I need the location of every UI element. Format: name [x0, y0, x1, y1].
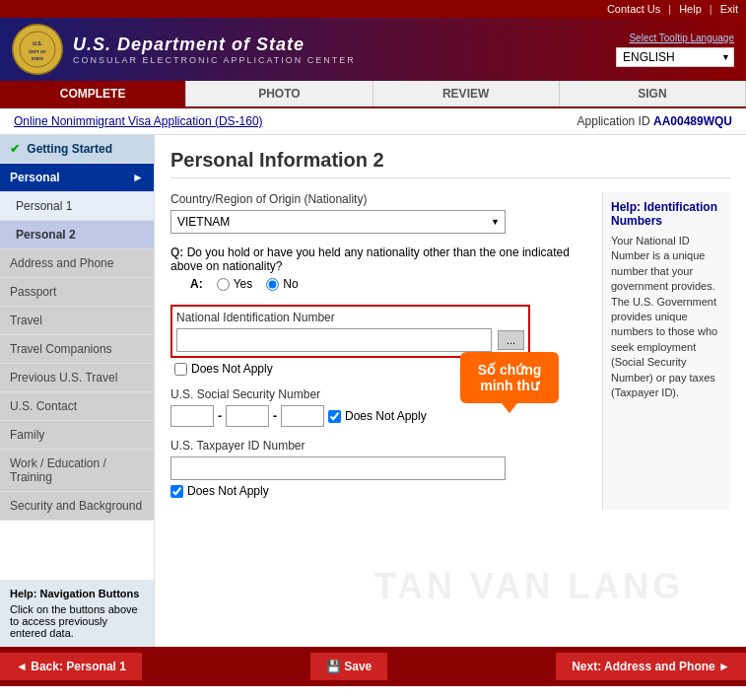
sidebar-item-travel-companions[interactable]: Travel Companions [0, 335, 154, 364]
app-id-value: AA00489WQU [653, 114, 732, 128]
seal-logo: U.S. DEPT OF STATE [12, 24, 63, 75]
sidebar-help: Help: Navigation Buttons Click on the bu… [0, 580, 154, 647]
content-inner: Country/Region of Origin (Nationality) V… [170, 192, 730, 510]
sidebar-item-personal1[interactable]: Personal 1 [0, 192, 154, 221]
national-id-wrapper: National Identification Number 131020532… [170, 305, 530, 358]
sidebar-item-address[interactable]: Address and Phone [0, 249, 154, 278]
header-right: Select Tooltip Language ENGLISH [616, 33, 734, 67]
tab-sign[interactable]: SIGN [560, 81, 746, 106]
yes-radio-label[interactable]: Yes [217, 277, 253, 291]
tooltip-bubble: Số chứng minh thư [460, 352, 559, 403]
national-id-label: National Identification Number [176, 311, 524, 324]
tab-review[interactable]: REVIEW [373, 81, 560, 106]
sidebar-item-family[interactable]: Family [0, 421, 154, 450]
sidebar-item-personal[interactable]: Personal ► [0, 164, 154, 192]
sidebar-item-work-edu[interactable]: Work / Education / Training [0, 450, 154, 492]
contact-us-link[interactable]: Contact Us [607, 3, 660, 15]
content-area: Personal Information 2 Country/Region of… [155, 135, 746, 647]
sidebar-item-getting-started[interactable]: ✔ Getting Started [0, 135, 154, 164]
ssn-part3[interactable] [281, 405, 324, 427]
help-panel-title: Help: Identification Numbers [611, 200, 722, 228]
svg-text:STATE: STATE [32, 56, 44, 61]
sidebar-item-personal2[interactable]: Personal 2 [0, 221, 154, 249]
no-radio-label[interactable]: No [266, 277, 298, 291]
help-panel-text: Your National ID Number is a unique numb… [611, 234, 722, 400]
tooltip-language-link[interactable]: Select Tooltip Language [629, 33, 734, 43]
app-id: Application ID AA00489WQU [577, 114, 732, 128]
help-panel: Help: Identification Numbers Your Nation… [602, 192, 730, 510]
taxpayer-group: U.S. Taxpayer ID Number Does Not Apply [170, 439, 602, 498]
ssn-does-not-apply-checkbox[interactable] [328, 410, 341, 423]
nav-tabs: COMPLETE PHOTO REVIEW SIGN [0, 81, 746, 108]
page-title: Personal Information 2 [170, 149, 730, 178]
nationality-question: Q: Do you hold or have you held any nati… [170, 245, 602, 291]
national-id-button[interactable]: ... [498, 330, 524, 350]
sidebar-item-us-contact[interactable]: U.S. Contact [0, 392, 154, 421]
tab-complete[interactable]: COMPLETE [0, 81, 186, 106]
save-button[interactable]: 💾 Save [310, 653, 387, 680]
ssn-part2[interactable] [226, 405, 269, 427]
taxpayer-label: U.S. Taxpayer ID Number [170, 439, 602, 453]
tab-photo[interactable]: PHOTO [186, 81, 373, 106]
language-select[interactable]: ENGLISH [616, 47, 734, 67]
national-id-does-not-apply-checkbox[interactable] [174, 363, 187, 376]
sidebar-item-passport[interactable]: Passport [0, 278, 154, 307]
sidebar-item-security[interactable]: Security and Background [0, 492, 154, 521]
taxpayer-does-not-apply-checkbox[interactable] [170, 485, 183, 498]
svg-text:U.S.: U.S. [33, 40, 42, 46]
main-layout: ✔ Getting Started Personal ► Personal 1 … [0, 135, 746, 647]
breadcrumb: Online Nonimmigrant Visa Application (DS… [0, 108, 746, 135]
app-title-link[interactable]: Online Nonimmigrant Visa Application (DS… [14, 114, 263, 128]
header: U.S. DEPT OF STATE U.S. Department of St… [0, 18, 746, 81]
sidebar-item-travel[interactable]: Travel [0, 307, 154, 335]
bottom-nav: ◄ Back: Personal 1 💾 Save Next: Address … [0, 647, 746, 686]
form-main: Country/Region of Origin (Nationality) V… [170, 192, 602, 510]
yes-radio[interactable] [217, 278, 230, 291]
language-select-wrap: ENGLISH [616, 47, 734, 67]
watermark: TAN VAN LANG [312, 566, 746, 607]
ssn-row: - - Does Not Apply [170, 405, 602, 427]
svg-text:DEPT OF: DEPT OF [29, 49, 46, 54]
no-radio[interactable] [266, 278, 279, 291]
answer-row: A: Yes No [190, 277, 602, 291]
sidebar-item-previous-us-travel[interactable]: Previous U.S. Travel [0, 364, 154, 392]
help-link[interactable]: Help [679, 3, 702, 15]
national-id-row: 131020532 ... [176, 328, 524, 352]
taxpayer-does-not-apply-row: Does Not Apply [170, 484, 598, 498]
nationality-select-wrap: VIETNAM [170, 210, 506, 234]
sidebar: ✔ Getting Started Personal ► Personal 1 … [0, 135, 155, 647]
department-title: U.S. Department of State CONSULAR ELECTR… [73, 35, 356, 65]
ssn-part1[interactable] [170, 405, 214, 427]
header-left: U.S. DEPT OF STATE U.S. Department of St… [12, 24, 356, 75]
nationality-select[interactable]: VIETNAM [170, 210, 506, 234]
exit-link[interactable]: Exit [720, 3, 738, 15]
top-bar: Contact Us | Help | Exit [0, 0, 746, 18]
next-button[interactable]: Next: Address and Phone ► [556, 653, 746, 680]
nationality-group: Country/Region of Origin (Nationality) V… [170, 192, 602, 234]
back-button[interactable]: ◄ Back: Personal 1 [0, 653, 142, 680]
nationality-label: Country/Region of Origin (Nationality) [170, 192, 602, 206]
national-id-input[interactable]: 131020532 [176, 328, 492, 352]
taxpayer-input[interactable] [170, 456, 506, 480]
